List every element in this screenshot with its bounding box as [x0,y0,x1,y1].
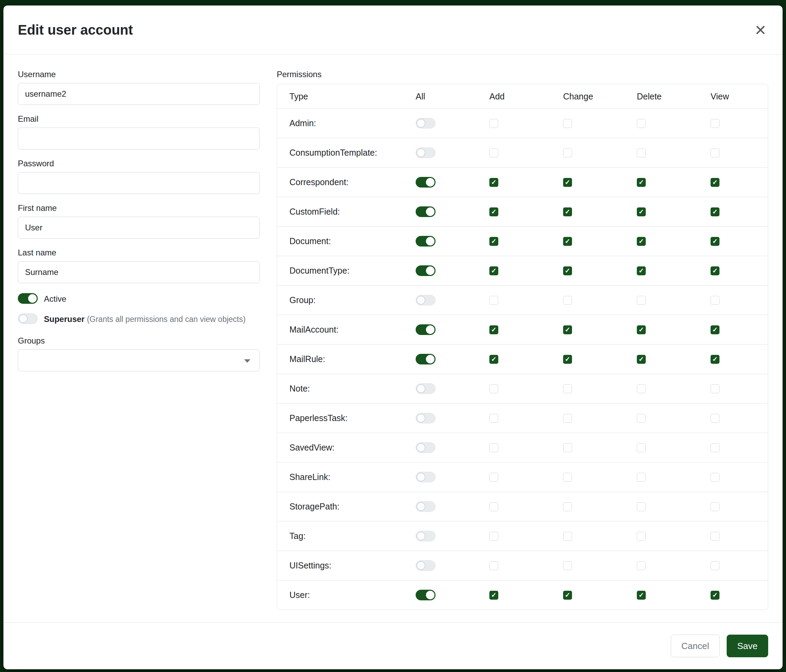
permission-add-checkbox[interactable] [489,384,498,393]
permission-view-checkbox[interactable] [711,443,720,452]
cancel-button[interactable]: Cancel [671,634,720,657]
save-button[interactable]: Save [727,634,768,657]
permission-add-checkbox[interactable]: ✓ [489,591,498,600]
permission-all-toggle[interactable] [416,354,435,364]
column-header-change: Change [547,91,620,102]
permission-view-checkbox[interactable]: ✓ [711,237,720,246]
permission-all-toggle[interactable] [416,324,435,335]
permission-change-checkbox[interactable] [563,443,572,452]
permission-all-toggle[interactable] [416,442,435,453]
permission-view-checkbox[interactable] [711,473,720,482]
first-name-field[interactable] [18,217,259,239]
permission-add-checkbox[interactable] [489,443,498,452]
username-input[interactable] [18,83,259,105]
permission-add-checkbox[interactable] [489,414,498,423]
permission-all-toggle[interactable] [416,295,435,306]
permission-view-checkbox[interactable]: ✓ [711,355,720,364]
permission-change-checkbox[interactable] [563,384,572,393]
permission-change-checkbox[interactable] [563,473,572,482]
permission-all-toggle[interactable] [416,560,435,571]
active-toggle[interactable] [18,293,38,304]
permission-view-checkbox[interactable] [711,296,720,305]
permission-view-checkbox[interactable] [711,532,720,541]
permission-add-checkbox[interactable]: ✓ [489,266,498,275]
permission-change-checkbox[interactable]: ✓ [563,207,572,216]
permission-add-checkbox[interactable]: ✓ [489,355,498,364]
permission-add-checkbox[interactable] [489,296,498,305]
permission-all-toggle[interactable] [416,472,435,482]
permission-change-checkbox[interactable] [563,148,572,157]
permission-change-checkbox[interactable] [563,561,572,570]
permission-add-checkbox[interactable]: ✓ [489,325,498,334]
permission-add-checkbox[interactable] [489,148,498,157]
close-icon[interactable]: × [753,20,768,39]
permission-delete-checkbox[interactable] [637,473,646,482]
permission-view-checkbox[interactable]: ✓ [711,207,720,216]
permission-delete-checkbox[interactable] [637,119,646,128]
permission-change-checkbox[interactable]: ✓ [563,237,572,246]
permission-all-toggle[interactable] [416,265,435,276]
permission-add-checkbox[interactable] [489,119,498,128]
permission-view-checkbox[interactable] [711,561,720,570]
permission-add-checkbox[interactable] [489,532,498,541]
username-label: Username [18,70,259,79]
permission-all-toggle[interactable] [416,118,435,129]
permission-change-checkbox[interactable]: ✓ [563,266,572,275]
permission-add-checkbox[interactable] [489,561,498,570]
permission-add-checkbox[interactable]: ✓ [489,237,498,246]
permission-delete-checkbox[interactable] [637,502,646,511]
permission-delete-checkbox[interactable] [637,296,646,305]
permission-delete-checkbox[interactable]: ✓ [637,325,646,334]
permission-delete-checkbox[interactable] [637,148,646,157]
last-name-field[interactable] [18,261,259,283]
permission-view-checkbox[interactable]: ✓ [711,325,720,334]
permission-all-toggle[interactable] [416,590,435,600]
permission-add-checkbox[interactable]: ✓ [489,207,498,216]
permission-delete-checkbox[interactable] [637,384,646,393]
permission-all-toggle[interactable] [416,413,435,424]
permission-delete-checkbox[interactable]: ✓ [637,178,646,187]
permission-change-checkbox[interactable]: ✓ [563,325,572,334]
permission-add-checkbox[interactable]: ✓ [489,178,498,187]
permission-change-checkbox[interactable] [563,532,572,541]
permission-change-checkbox[interactable]: ✓ [563,591,572,600]
password-field[interactable] [18,172,259,194]
permission-all-toggle[interactable] [416,531,435,542]
permission-add-checkbox[interactable] [489,502,498,511]
permission-delete-checkbox[interactable] [637,561,646,570]
permission-delete-checkbox[interactable] [637,414,646,423]
permission-delete-checkbox[interactable]: ✓ [637,237,646,246]
permission-delete-checkbox[interactable] [637,443,646,452]
permission-all-toggle[interactable] [416,148,435,158]
permission-delete-checkbox[interactable]: ✓ [637,266,646,275]
permission-change-checkbox[interactable] [563,119,572,128]
permission-all-toggle[interactable] [416,501,435,512]
permission-delete-checkbox[interactable]: ✓ [637,207,646,216]
permission-view-checkbox[interactable] [711,148,720,157]
toggle-knob [417,532,425,540]
groups-select[interactable] [18,349,259,371]
permission-all-toggle[interactable] [416,206,435,217]
permission-view-checkbox[interactable] [711,384,720,393]
permission-delete-checkbox[interactable] [637,532,646,541]
permission-view-checkbox[interactable] [711,502,720,511]
permission-view-checkbox[interactable]: ✓ [711,178,720,187]
permission-all-toggle[interactable] [416,236,435,247]
email-field[interactable] [18,127,259,149]
permission-delete-checkbox[interactable]: ✓ [637,355,646,364]
permission-change-checkbox[interactable]: ✓ [563,178,572,187]
permission-change-checkbox[interactable] [563,414,572,423]
permission-view-checkbox[interactable] [711,414,720,423]
superuser-toggle[interactable] [18,313,38,324]
permission-change-checkbox[interactable]: ✓ [563,355,572,364]
username-field-group: Username [18,70,259,105]
permission-all-toggle[interactable] [416,177,435,188]
permission-view-checkbox[interactable]: ✓ [711,266,720,275]
permission-change-checkbox[interactable] [563,296,572,305]
permission-add-checkbox[interactable] [489,473,498,482]
permission-delete-checkbox[interactable]: ✓ [637,591,646,600]
permission-all-toggle[interactable] [416,383,435,394]
permission-change-checkbox[interactable] [563,502,572,511]
permission-view-checkbox[interactable] [711,119,720,128]
permission-view-checkbox[interactable]: ✓ [711,591,720,600]
